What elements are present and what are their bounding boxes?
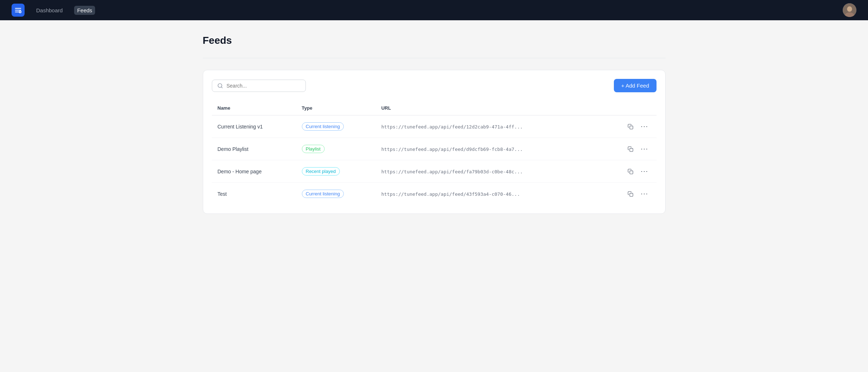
search-box[interactable] (212, 80, 306, 92)
row-type: Current listening (296, 115, 376, 138)
row-actions: ··· (602, 138, 657, 160)
more-options-button[interactable]: ··· (638, 189, 650, 199)
copy-url-button[interactable] (625, 122, 636, 131)
row-type: Current listening (296, 183, 376, 205)
svg-point-3 (19, 11, 21, 13)
nav-dashboard[interactable]: Dashboard (33, 6, 65, 15)
svg-point-5 (847, 7, 852, 12)
navbar: Dashboard Feeds (0, 0, 868, 20)
copy-url-button[interactable] (625, 145, 636, 153)
col-url: URL (376, 101, 602, 115)
more-options-button[interactable]: ··· (638, 166, 650, 177)
row-actions: ··· (602, 115, 657, 138)
svg-rect-9 (630, 126, 633, 129)
logo-icon[interactable] (12, 4, 25, 17)
row-actions: ··· (602, 160, 657, 183)
table-row: Current Listening v1Current listeninghtt… (212, 115, 657, 138)
main-content: Feeds + Add Feed Name Type URL (181, 20, 687, 228)
svg-line-8 (221, 87, 222, 88)
feeds-table: Name Type URL Current Listening v1Curren… (212, 101, 657, 205)
copy-url-button[interactable] (625, 167, 636, 176)
svg-rect-11 (630, 171, 633, 174)
row-url: https://tunefeed.app/api/feed/d9dcfb69-f… (376, 138, 602, 160)
row-url: https://tunefeed.app/api/feed/fa79b03d-c… (376, 160, 602, 183)
col-actions (602, 101, 657, 115)
nav-feeds[interactable]: Feeds (74, 6, 95, 15)
row-type: Playlist (296, 138, 376, 160)
type-badge: Playlist (302, 145, 325, 153)
url-text: https://tunefeed.app/api/feed/12d2cab9-4… (381, 124, 523, 130)
avatar[interactable] (843, 3, 856, 17)
row-url: https://tunefeed.app/api/feed/43f593a4-c… (376, 183, 602, 205)
type-badge: Current listening (302, 190, 344, 198)
svg-rect-12 (630, 193, 633, 196)
row-type: Recent played (296, 160, 376, 183)
more-options-button[interactable]: ··· (638, 121, 650, 132)
type-badge: Recent played (302, 167, 340, 176)
more-options-button[interactable]: ··· (638, 144, 650, 154)
row-url: https://tunefeed.app/api/feed/12d2cab9-4… (376, 115, 602, 138)
col-name: Name (212, 101, 296, 115)
copy-url-button[interactable] (625, 190, 636, 198)
feeds-card: + Add Feed Name Type URL Current Listeni… (203, 70, 666, 214)
search-icon (217, 83, 223, 89)
navbar-left: Dashboard Feeds (12, 4, 95, 17)
add-feed-button[interactable]: + Add Feed (614, 79, 656, 92)
type-badge: Current listening (302, 122, 344, 131)
row-name: Demo Playlist (212, 138, 296, 160)
ellipsis-icon: ··· (641, 168, 648, 175)
row-name: Demo - Home page (212, 160, 296, 183)
table-header: Name Type URL (212, 101, 657, 115)
row-name: Test (212, 183, 296, 205)
card-header: + Add Feed (212, 79, 657, 92)
url-text: https://tunefeed.app/api/feed/d9dcfb69-f… (381, 147, 523, 152)
row-actions: ··· (602, 183, 657, 205)
ellipsis-icon: ··· (641, 145, 648, 153)
search-input[interactable] (227, 83, 300, 89)
row-name: Current Listening v1 (212, 115, 296, 138)
table-body: Current Listening v1Current listeninghtt… (212, 115, 657, 205)
svg-rect-10 (630, 148, 633, 152)
url-text: https://tunefeed.app/api/feed/43f593a4-c… (381, 191, 520, 197)
ellipsis-icon: ··· (641, 190, 648, 198)
page-title: Feeds (203, 35, 666, 46)
divider (203, 58, 666, 58)
url-text: https://tunefeed.app/api/feed/fa79b03d-c… (381, 169, 523, 174)
table-row: Demo - Home pageRecent playedhttps://tun… (212, 160, 657, 183)
table-row: TestCurrent listeninghttps://tunefeed.ap… (212, 183, 657, 205)
col-type: Type (296, 101, 376, 115)
ellipsis-icon: ··· (641, 123, 648, 130)
table-row: Demo PlaylistPlaylisthttps://tunefeed.ap… (212, 138, 657, 160)
